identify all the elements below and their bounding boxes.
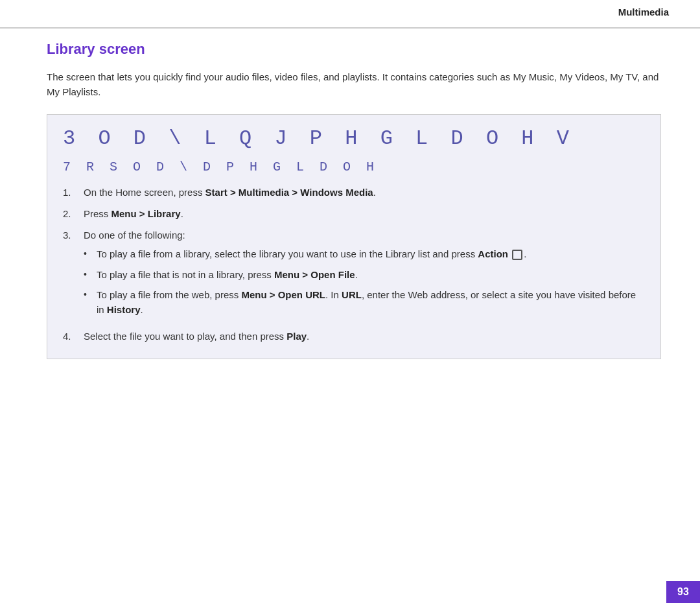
bullet-list: • To play a file from a library, select … (84, 246, 645, 317)
encoded-title-block: 3 O D \ L Q J P H G L D O H V 7 R S O D … (47, 114, 661, 359)
step4-number: 4. (63, 329, 84, 344)
page-number-badge: 93 (666, 581, 700, 603)
step2-number: 2. (63, 206, 84, 221)
list-item: 3. Do one of the following: • To play a … (63, 228, 645, 322)
step3-content: Do one of the following: • To play a fil… (84, 228, 645, 322)
bullet3-content: To play a file from the web, press Menu … (97, 287, 645, 318)
bullet-dot: • (84, 287, 97, 302)
page-container: Multimedia Library screen The screen tha… (0, 0, 700, 603)
step2-text-after: . (181, 208, 183, 219)
bullet1-text-after: . (524, 248, 526, 259)
step3-text: Do one of the following: (84, 230, 185, 241)
page-number: 93 (677, 586, 689, 598)
step4-bold: Play (286, 331, 307, 342)
bullet3-bold3: History (107, 304, 141, 315)
bullet2-bold: Menu > Open File (274, 269, 355, 280)
bullet1-text-before: To play a file from a library, select th… (97, 248, 478, 259)
step2-text-before: Press (84, 208, 111, 219)
main-content: Library screen The screen that lets you … (47, 36, 661, 359)
top-rule (0, 27, 700, 29)
step4-content: Select the file you want to play, and th… (84, 329, 645, 344)
list-item: 4. Select the file you want to play, and… (63, 329, 645, 344)
bullet3-text-before: To play a file from the web, press (97, 289, 241, 300)
step1-content: On the Home screen, press Start > Multim… (84, 185, 645, 200)
step1-bold: Start > Multimedia > Windows Media (205, 187, 373, 198)
step3-number: 3. (63, 228, 84, 242)
bullet3-text-after: . (141, 304, 143, 315)
page-header: Multimedia (618, 6, 669, 18)
bullet1-content: To play a file from a library, select th… (97, 246, 645, 261)
bullet-item: • To play a file from a library, select … (84, 246, 645, 261)
bullet3-bold2: URL (342, 289, 362, 300)
step1-text-before: On the Home screen, press (84, 187, 205, 198)
header-section-label: Multimedia (618, 6, 669, 18)
bullet2-text-before: To play a file that is not in a library,… (97, 269, 274, 280)
action-icon (512, 250, 522, 260)
bullet1-bold: Action (478, 248, 508, 259)
instructions-list: 1. On the Home screen, press Start > Mul… (63, 185, 645, 344)
bullet-item: • To play a file that is not in a librar… (84, 267, 645, 282)
bullet-item: • To play a file from the web, press Men… (84, 287, 645, 318)
encoded-sub-title: 7 R S O D \ D P H G L D O H (63, 160, 645, 174)
list-item: 1. On the Home screen, press Start > Mul… (63, 185, 645, 200)
section-title: Library screen (47, 41, 661, 58)
encoded-main-title: 3 O D \ L Q J P H G L D O H V (63, 126, 645, 150)
bullet3-bold1: Menu > Open URL (241, 289, 325, 300)
bullet2-content: To play a file that is not in a library,… (97, 267, 645, 282)
bullet2-text-after: . (355, 269, 358, 280)
bullet-dot: • (84, 246, 97, 261)
bullet3-text-middle: . In (325, 289, 342, 300)
step2-bold: Menu > Library (111, 208, 181, 219)
step4-text-after: . (307, 331, 309, 342)
step1-text-after: . (373, 187, 376, 198)
step1-number: 1. (63, 185, 84, 200)
list-item: 2. Press Menu > Library. (63, 206, 645, 221)
step2-content: Press Menu > Library. (84, 206, 645, 221)
step4-text-before: Select the file you want to play, and th… (84, 331, 286, 342)
section-description: The screen that lets you quickly find yo… (47, 69, 661, 100)
bullet-dot: • (84, 267, 97, 282)
